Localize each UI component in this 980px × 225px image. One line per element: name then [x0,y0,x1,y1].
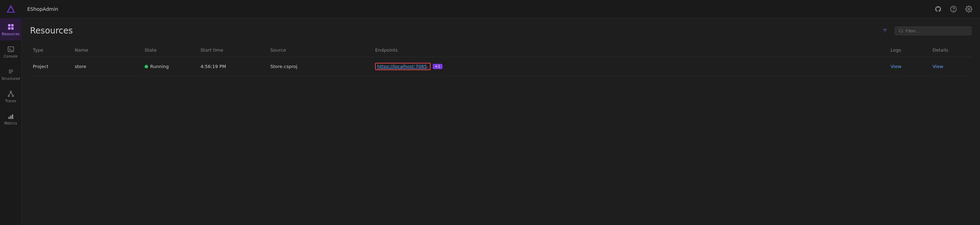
sidebar-item-traces-label: Traces [5,99,16,103]
cell-type: Project [30,62,72,70]
sidebar-item-console[interactable]: Console [0,40,22,63]
sidebar-item-structured-label: Structured [2,77,20,81]
endpoint-cell: https://localhost:7085, +1 [375,63,885,70]
content-area: Resources Type Name State [22,18,980,225]
help-icon[interactable] [948,3,959,15]
terminal-icon [7,45,15,53]
filter-input[interactable] [905,28,968,33]
table-row: Project store Running 4:56:19 PM Store.c… [30,57,972,76]
sidebar-item-structured[interactable]: Structured [0,63,22,85]
svg-rect-5 [11,27,14,30]
endpoint-badge[interactable]: +1 [433,64,442,69]
content-header: Resources [30,25,972,36]
table-header: Type Name State Start time Source Endpoi… [30,43,972,57]
app-logo [0,0,22,18]
col-state: State [142,46,198,54]
topbar: EShopAdmin [22,0,980,18]
sidebar-item-metrics[interactable]: Metrics [0,108,22,130]
col-logs: Logs [888,46,930,54]
status-dot-running [145,65,148,68]
status-running: Running [145,64,195,69]
svg-rect-3 [11,24,14,27]
svg-rect-17 [10,116,11,119]
page-title: Resources [30,26,875,36]
filter-wrapper [895,27,972,35]
status-label: Running [150,64,169,69]
svg-point-25 [899,29,902,32]
col-source: Source [267,46,372,54]
svg-line-15 [11,92,13,95]
endpoint-highlight: https://localhost:7085, [375,63,431,70]
svg-point-11 [10,91,11,92]
endpoint-link[interactable]: https://localhost:7085, [377,64,428,69]
cell-details: View [930,62,972,70]
details-view-link[interactable]: View [932,64,943,69]
sidebar-item-metrics-label: Metrics [4,121,17,125]
col-start-time: Start time [198,46,267,54]
svg-rect-6 [8,47,14,52]
github-icon[interactable] [932,3,944,15]
svg-rect-18 [12,114,13,119]
col-name: Name [72,46,142,54]
filter-icon-button[interactable] [880,25,891,36]
sidebar-item-traces[interactable]: Traces [0,85,22,108]
svg-point-13 [12,95,14,97]
svg-point-21 [968,8,970,10]
search-icon [899,28,904,33]
cell-start-time: 4:56:19 PM [198,62,267,70]
sidebar: Resources Console Structured [0,0,22,225]
col-type: Type [30,46,72,54]
cell-logs: View [888,62,930,70]
col-details: Details [930,46,972,54]
logs-view-link[interactable]: View [891,64,901,69]
sidebar-item-console-label: Console [4,54,18,58]
svg-rect-2 [8,24,11,27]
cell-name: store [72,62,142,70]
svg-rect-4 [8,27,11,30]
svg-rect-16 [8,117,10,119]
svg-line-14 [9,92,11,95]
cell-endpoints: https://localhost:7085, +1 [372,62,888,71]
svg-line-26 [902,32,903,33]
bar-chart-icon [7,112,15,120]
col-endpoints: Endpoints [372,46,888,54]
svg-point-12 [8,95,10,97]
sidebar-item-resources[interactable]: Resources [0,18,22,40]
network-icon [7,90,15,98]
app-title: EShopAdmin [27,6,58,12]
list-icon [7,68,15,75]
resources-table: Type Name State Start time Source Endpoi… [30,43,972,76]
main-content: EShopAdmin Resources [22,0,980,225]
cell-source: Store.csproj [267,62,372,70]
settings-icon[interactable] [963,3,974,15]
grid-icon [7,23,15,31]
cell-state: Running [142,62,198,70]
sidebar-item-resources-label: Resources [2,32,19,36]
